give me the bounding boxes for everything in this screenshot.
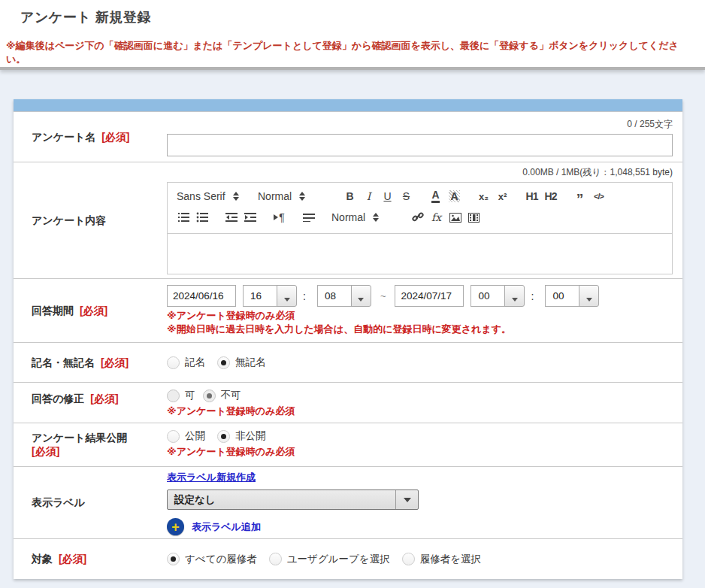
italic-button[interactable]: I xyxy=(359,188,378,205)
start-date-input[interactable] xyxy=(167,285,236,307)
radio-icon[interactable] xyxy=(402,553,415,565)
add-display-label-link[interactable]: 表示ラベル追加 xyxy=(192,520,261,534)
required-badge: [必須] xyxy=(32,445,59,457)
radio-option-anonymous[interactable]: 無記名 xyxy=(217,356,266,369)
image-icon[interactable] xyxy=(446,209,464,226)
row-answer-edit: 回答の修正 [必須] 可 不可 ※アンケート登録時のみ必須 xyxy=(14,382,682,423)
ordered-list-icon[interactable] xyxy=(174,209,192,226)
bold-button[interactable]: B xyxy=(340,188,359,205)
survey-name-input[interactable] xyxy=(167,134,673,156)
required-badge: [必須] xyxy=(90,393,118,405)
row-answer-period: 回答期間 [必須] : ~ xyxy=(14,278,682,342)
radio-icon[interactable] xyxy=(167,430,180,443)
video-icon[interactable] xyxy=(464,209,483,226)
updown-arrows-icon xyxy=(299,192,305,201)
time-colon: : xyxy=(303,290,306,302)
radio-option-all-students[interactable]: すべての履修者 xyxy=(167,553,257,566)
rich-text-editor: Sans Serif Normal B I xyxy=(167,182,673,274)
outdent-icon[interactable] xyxy=(222,209,241,226)
radio-option-named[interactable]: 記名 xyxy=(167,356,205,369)
required-badge: [必須] xyxy=(59,553,86,565)
display-label-select[interactable]: 設定なし xyxy=(167,489,419,510)
period-tilde: ~ xyxy=(380,290,386,302)
target-label: 対象 xyxy=(32,553,53,565)
radio-option-not-editable[interactable]: 不可 xyxy=(203,389,241,402)
row-survey-name: アンケート名 [必須] 0 / 255文字 xyxy=(14,111,682,162)
end-hour-dropdown-button[interactable] xyxy=(504,285,525,307)
add-display-label-plus-icon[interactable]: + xyxy=(167,518,184,535)
survey-name-label: アンケート名 xyxy=(32,131,95,143)
size-select[interactable]: Normal xyxy=(328,211,398,223)
row-result-publish: アンケート結果公開 [必須] 公開 非公開 ※アンケート登録時のみ必須 xyxy=(14,423,682,466)
radio-icon[interactable] xyxy=(217,356,230,369)
radio-option-select-students[interactable]: 履修者を選択 xyxy=(402,553,481,566)
font-select[interactable]: Sans Serif xyxy=(174,190,255,202)
required-badge: [必須] xyxy=(80,305,107,317)
display-label-label: 表示ラベル xyxy=(32,496,85,508)
radio-option-user-group[interactable]: ユーザグループを選択 xyxy=(269,553,390,566)
text-direction-icon[interactable]: ¶ xyxy=(270,209,289,226)
main-area: アンケート名 [必須] 0 / 255文字 アンケート内容 0.00MB / 1… xyxy=(0,70,705,579)
named-label: 記名・無記名 xyxy=(32,356,95,368)
page-title: アンケート 新規登録 xyxy=(20,8,697,26)
radio-icon[interactable] xyxy=(217,430,230,443)
editor-content-area[interactable] xyxy=(167,234,673,274)
required-badge: [必須] xyxy=(101,356,129,368)
header1-button[interactable]: H1 xyxy=(522,188,541,205)
start-hour-dropdown-button[interactable] xyxy=(277,285,297,307)
answer-period-label: 回答期間 xyxy=(32,305,74,317)
create-display-label-link[interactable]: 表示ラベル新規作成 xyxy=(167,471,256,484)
radio-option-editable[interactable]: 可 xyxy=(167,389,195,402)
text-color-button[interactable]: A xyxy=(426,188,445,205)
row-display-label: 表示ラベル 表示ラベル新規作成 設定なし + 表示ラベル追加 xyxy=(14,466,682,538)
content-size-counter: 0.00MB / 1MB(残り：1,048,551 byte) xyxy=(167,166,673,179)
end-minute-input[interactable] xyxy=(545,285,579,307)
end-date-input[interactable] xyxy=(395,285,464,307)
answer-edit-label: 回答の修正 xyxy=(32,393,84,405)
start-minute-input[interactable] xyxy=(317,285,352,307)
start-minute-dropdown-button[interactable] xyxy=(351,285,371,307)
header2-button[interactable]: H2 xyxy=(541,188,560,205)
radio-icon[interactable] xyxy=(167,389,180,402)
time-colon: : xyxy=(531,290,534,302)
edit-note: ※アンケート登録時のみ必須 xyxy=(167,405,673,418)
period-note-2: ※開始日時に過去日時を入力した場合は、自動的に登録日時に変更されます。 xyxy=(167,323,673,336)
updown-arrows-icon xyxy=(373,213,379,222)
radio-icon[interactable] xyxy=(203,389,216,402)
radio-icon[interactable] xyxy=(167,356,180,369)
select-dropdown-arrow-icon xyxy=(395,490,418,509)
start-hour-input[interactable] xyxy=(243,285,277,307)
code-block-button[interactable]: </> xyxy=(589,188,608,205)
result-publish-label: アンケート結果公開 xyxy=(32,432,127,444)
bullet-list-icon[interactable] xyxy=(192,209,211,226)
card-top-accent-bar xyxy=(14,99,682,111)
subscript-button[interactable]: x₂ xyxy=(474,188,493,205)
name-char-counter: 0 / 255文字 xyxy=(167,118,673,131)
editor-toolbar: Sans Serif Normal B I xyxy=(167,182,673,234)
blockquote-button[interactable]: ” xyxy=(570,188,589,205)
publish-note: ※アンケート登録時のみ必須 xyxy=(167,445,673,459)
underline-button[interactable]: U xyxy=(378,188,397,205)
page-header: アンケート 新規登録 ※編集後はページ下の「確認画面に進む」または「テンプレート… xyxy=(0,0,705,70)
background-color-button[interactable]: A xyxy=(445,188,464,205)
survey-form-card: アンケート名 [必須] 0 / 255文字 アンケート内容 0.00MB / 1… xyxy=(14,99,682,579)
strikethrough-button[interactable]: S xyxy=(397,188,416,205)
row-named-anonymous: 記名・無記名 [必須] 記名 無記名 xyxy=(14,342,682,382)
required-badge: [必須] xyxy=(101,131,129,143)
superscript-button[interactable]: x² xyxy=(493,188,512,205)
radio-option-private[interactable]: 非公開 xyxy=(217,429,266,443)
radio-option-public[interactable]: 公開 xyxy=(167,429,205,443)
radio-icon[interactable] xyxy=(269,553,282,565)
period-note-1: ※アンケート登録時のみ必須 xyxy=(167,309,673,323)
updown-arrows-icon xyxy=(233,192,239,201)
heading-select[interactable]: Normal xyxy=(255,190,330,202)
survey-content-label: アンケート内容 xyxy=(32,214,106,226)
formula-icon[interactable]: fx xyxy=(427,209,446,226)
end-minute-dropdown-button[interactable] xyxy=(579,285,599,307)
indent-icon[interactable] xyxy=(241,209,259,226)
align-icon[interactable] xyxy=(299,209,318,226)
link-icon[interactable] xyxy=(408,209,427,226)
end-hour-input[interactable] xyxy=(471,285,505,307)
radio-icon[interactable] xyxy=(167,553,180,565)
row-target: 対象 [必須] すべての履修者 ユーザグループを選択 履修者を選択 xyxy=(14,538,682,579)
